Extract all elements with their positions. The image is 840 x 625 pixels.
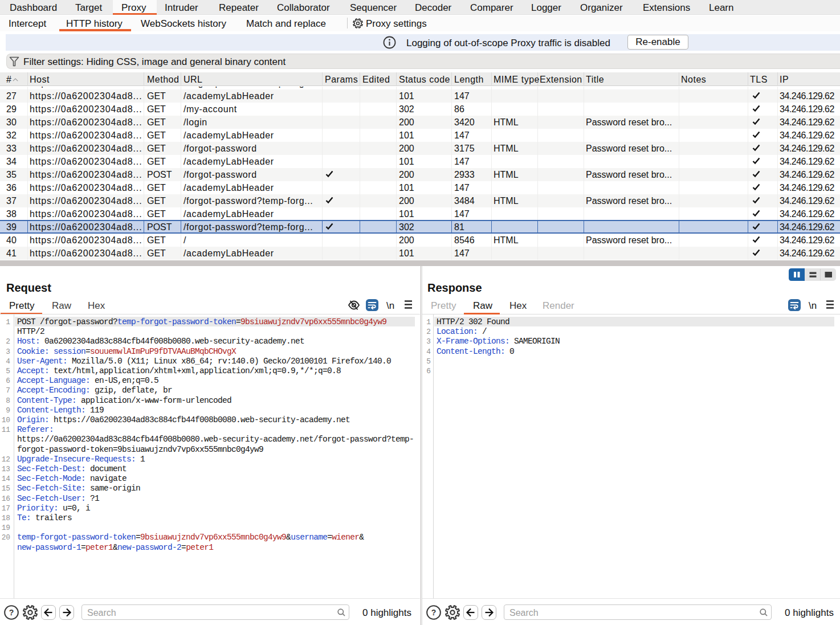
svg-text:?: ? (9, 608, 14, 617)
svg-text:?: ? (431, 608, 437, 617)
